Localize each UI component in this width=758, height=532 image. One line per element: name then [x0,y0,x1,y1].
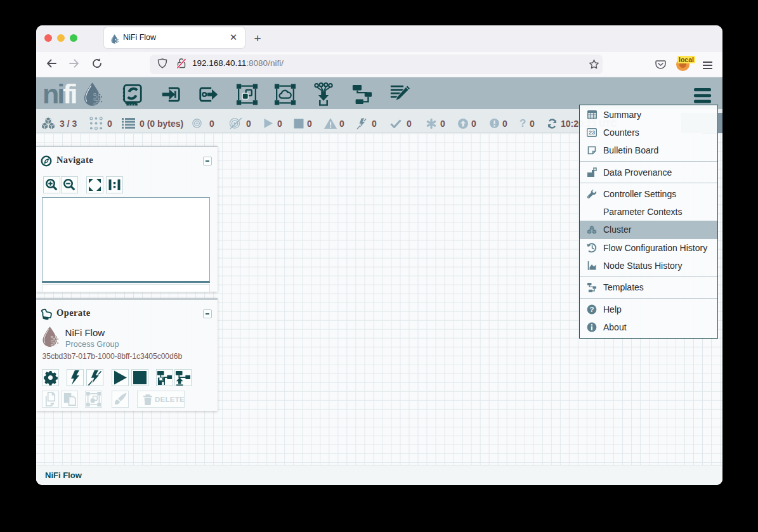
svg-text:?: ? [589,305,594,313]
svg-text:23: 23 [589,129,595,136]
